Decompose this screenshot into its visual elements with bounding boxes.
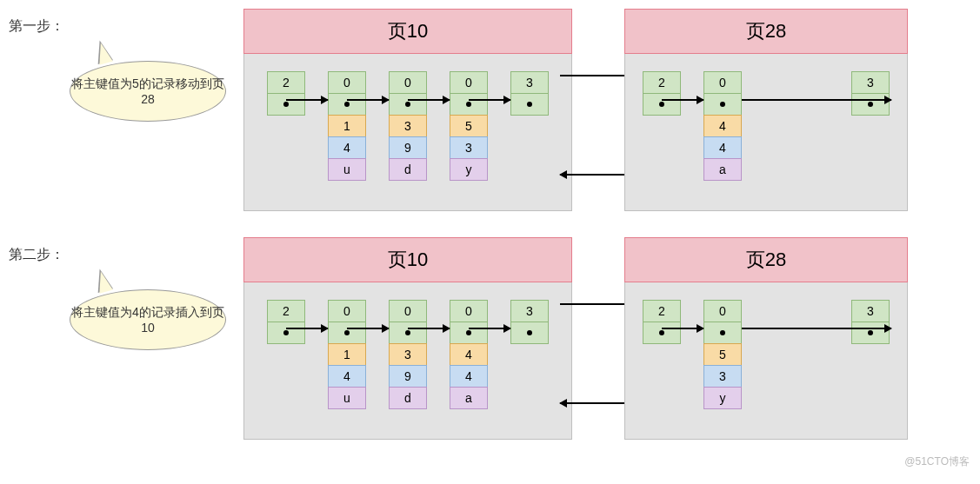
dot-icon [659,102,664,107]
cell-pointer [703,93,742,116]
cell: u [328,158,366,181]
cell: y [450,158,488,181]
cell: 4 [703,136,742,159]
arrow-icon [662,99,703,101]
cell: 2 [643,71,681,94]
cell: 5 [703,343,742,366]
arrow-icon [286,99,328,101]
dot-icon [344,330,350,335]
arrow-icon [742,99,891,101]
cell-pointer [389,322,427,344]
watermark: @51CTO博客 [904,454,970,469]
arrow-icon [469,328,510,329]
col-head: 2 [643,71,681,116]
cell: 0 [389,71,427,94]
col-tail: 3 [510,71,549,116]
cell: 3 [389,343,427,366]
cell: 4 [450,365,488,388]
page-10: 页10 2 0 1 4 u 0 [243,9,572,211]
col-tail: 3 [851,300,890,344]
speech-text: 将主键值为4的记录插入到页10 [70,305,225,335]
cell: d [389,387,427,409]
cell: 0 [450,71,488,94]
arrow-icon [469,99,510,101]
cell: 2 [267,71,305,94]
cell: y [703,387,742,409]
arrow-icon [662,328,703,329]
page-10: 页10 2 0 1 4 u 0 3 [243,237,572,440]
cell: 3 [851,300,890,322]
cell: 0 [703,300,742,322]
page-title: 页10 [243,237,572,282]
dot-icon [868,102,873,107]
cell: 4 [328,365,366,388]
dot-icon [283,330,289,335]
arrow-icon [408,328,450,329]
col-tail: 3 [510,300,549,344]
col-tail: 3 [851,71,890,116]
dot-icon [466,330,471,335]
cell-pointer [328,322,366,344]
page-title: 页10 [243,9,572,54]
cell-pointer [643,93,681,116]
cell-pointer [267,322,305,344]
col-head: 2 [267,71,305,116]
step-label: 第一步： [9,9,96,36]
cell: 0 [328,71,366,94]
dot-icon [659,330,664,335]
cell-pointer [643,322,681,344]
cell: 1 [328,115,366,137]
dot-icon [720,330,725,335]
cell: a [703,158,742,181]
arrow-icon [742,328,891,329]
arrow-icon [408,99,450,101]
col-data: 0 5 3 y [703,300,742,409]
page-body: 2 0 5 3 y 3 [625,282,907,439]
cell: 5 [450,115,488,137]
page-28: 页28 2 0 5 3 y 3 [624,237,908,440]
arrow-icon [286,328,328,329]
cell-pointer [267,93,305,116]
col-data: 0 1 4 u [328,71,366,181]
speech-bubble: 将主键值为5的记录移动到页28 [70,61,226,122]
dot-icon [868,330,873,335]
pages-container: 页10 2 0 1 4 u 0 [243,9,908,211]
cell: 9 [389,136,427,159]
step-label: 第二步： [9,237,96,264]
cell-pointer [389,93,427,116]
dot-icon [344,102,350,107]
cell: 3 [510,71,549,94]
page-body: 2 0 1 4 u 0 3 9 d [244,54,571,210]
cell: 1 [328,343,366,366]
cell-pointer [510,93,549,116]
speech-text: 将主键值为5的记录移动到页28 [70,76,225,106]
cell: 3 [450,136,488,159]
col-head: 2 [267,300,305,344]
dot-icon [283,102,289,107]
cell: 0 [389,300,427,322]
dot-icon [527,102,532,107]
cell: u [328,387,366,409]
cell: 3 [851,71,890,94]
page-title: 页28 [624,237,908,282]
speech-bubble: 将主键值为4的记录插入到页10 [70,289,226,350]
cell-pointer [450,93,488,116]
page-body: 2 0 4 4 a 3 [625,54,907,210]
arrow-icon [347,328,389,329]
cell: 2 [643,300,681,322]
cell-pointer [510,322,549,344]
cell: 3 [510,300,549,322]
page-body: 2 0 1 4 u 0 3 9 d [244,282,571,439]
col-data: 0 3 9 d [389,300,427,409]
col-data: 0 3 9 d [389,71,427,181]
cell: 3 [389,115,427,137]
cell: 3 [703,365,742,388]
cell: 0 [703,71,742,94]
cell: a [450,387,488,409]
cell-pointer [450,322,488,344]
cell: 2 [267,300,305,322]
page-title: 页28 [624,9,908,54]
col-data: 0 5 3 y [450,71,488,181]
arrow-icon [347,99,389,101]
cell: 9 [389,365,427,388]
